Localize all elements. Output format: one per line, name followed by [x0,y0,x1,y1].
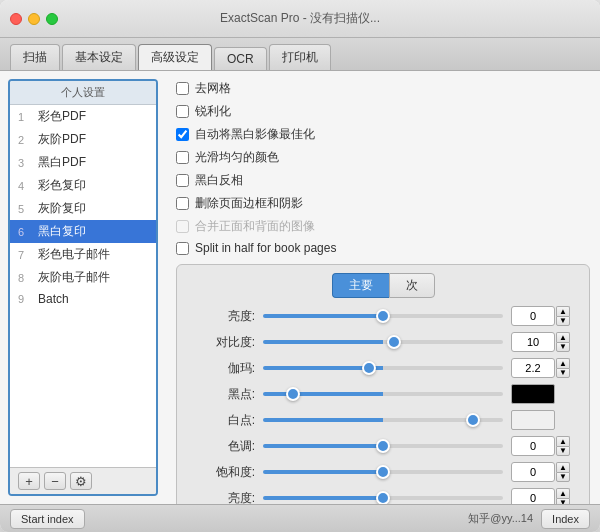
main-window: ExactScan Pro - 没有扫描仪... 扫描 基本设定 高级设定 OC… [0,0,600,532]
split-book-checkbox[interactable] [176,242,189,255]
sidebar: 个人设置 1 彩色PDF 2 灰阶PDF 3 黑白PDF 4 彩色复印 [8,79,158,496]
minimize-button[interactable] [28,13,40,25]
gamma-down[interactable]: ▼ [556,368,570,378]
remove-border-label: 删除页面边框和阴影 [195,195,303,212]
blackpoint-color-box [511,384,555,404]
sidebar-item-4[interactable]: 4 彩色复印 [10,174,156,197]
status-right: 知乎@yy...14 Index [468,509,590,529]
traffic-lights [10,13,58,25]
window-title: ExactScan Pro - 没有扫描仪... [220,10,380,27]
contrast-value-box: 10 [511,332,555,352]
invert-bw-checkbox[interactable] [176,174,189,187]
merge-faces-label: 合并正面和背面的图像 [195,218,315,235]
whitepoint-color-box [511,410,555,430]
smooth-color-label: 光滑均匀的颜色 [195,149,279,166]
tab-ocr[interactable]: OCR [214,47,267,70]
remove-item-button[interactable]: − [44,472,66,490]
luminance-slider-track [263,491,503,504]
tab-basic[interactable]: 基本设定 [62,44,136,70]
sidebar-item-6[interactable]: 6 黑白复印 [10,220,156,243]
brightness-slider-track [263,309,503,323]
checkbox-remove-border: 删除页面边框和阴影 [176,194,590,213]
right-panel: 去网格 锐利化 自动将黑白影像最佳化 光滑均匀的颜色 黑白反相 删除页面边框和阴… [166,71,600,504]
brightness-label: 亮度: [185,308,255,325]
contrast-up[interactable]: ▲ [556,332,570,342]
settings-button[interactable]: ⚙ [70,472,92,490]
saturation-label: 饱和度: [185,464,255,481]
blackpoint-slider[interactable] [263,392,503,396]
whitepoint-value [511,410,581,430]
saturation-up[interactable]: ▲ [556,462,570,472]
sidebar-list: 1 彩色PDF 2 灰阶PDF 3 黑白PDF 4 彩色复印 5 灰阶复印 [10,105,156,467]
sub-tabs: 主要 次 [185,273,581,298]
split-book-label: Split in half for book pages [195,241,336,255]
whitepoint-slider[interactable] [263,418,503,422]
index-button[interactable]: Index [541,509,590,529]
main-content: 个人设置 1 彩色PDF 2 灰阶PDF 3 黑白PDF 4 彩色复印 [0,71,600,504]
hue-value-box: 0 [511,436,555,456]
sharpen-checkbox[interactable] [176,105,189,118]
blackpoint-value [511,384,581,404]
whitepoint-label: 白点: [185,412,255,429]
saturation-value-box: 0 [511,462,555,482]
sidebar-header: 个人设置 [10,81,156,105]
tab-advanced[interactable]: 高级设定 [138,44,212,70]
sub-tab-sub[interactable]: 次 [389,273,435,298]
luminance-slider[interactable] [263,496,503,500]
contrast-slider[interactable] [263,340,503,344]
saturation-slider-track [263,465,503,479]
hue-up[interactable]: ▲ [556,436,570,446]
start-index-button[interactable]: Start index [10,509,85,529]
brightness-slider[interactable] [263,314,503,318]
merge-faces-checkbox[interactable] [176,220,189,233]
brightness-up[interactable]: ▲ [556,306,570,316]
saturation-value: 0 ▲ ▼ [511,462,581,482]
sidebar-item-7[interactable]: 7 彩色电子邮件 [10,243,156,266]
add-item-button[interactable]: + [18,472,40,490]
sub-tab-main[interactable]: 主要 [332,273,389,298]
sidebar-item-2[interactable]: 2 灰阶PDF [10,128,156,151]
optimize-bw-label: 自动将黑白影像最佳化 [195,126,315,143]
gamma-slider-track [263,361,503,375]
titlebar: ExactScan Pro - 没有扫描仪... [0,0,600,38]
whitepoint-slider-track [263,413,503,427]
checkbox-invert-bw: 黑白反相 [176,171,590,190]
luminance-stepper: ▲ ▼ [556,488,570,504]
gamma-slider[interactable] [263,366,503,370]
saturation-slider[interactable] [263,470,503,474]
hue-stepper: ▲ ▼ [556,436,570,456]
blackpoint-label: 黑点: [185,386,255,403]
maximize-button[interactable] [46,13,58,25]
sidebar-item-5[interactable]: 5 灰阶复印 [10,197,156,220]
hue-slider-track [263,439,503,453]
gamma-up[interactable]: ▲ [556,358,570,368]
brightness-down[interactable]: ▼ [556,316,570,326]
smooth-color-checkbox[interactable] [176,151,189,164]
hue-label: 色调: [185,438,255,455]
hue-slider[interactable] [263,444,503,448]
saturation-stepper: ▲ ▼ [556,462,570,482]
tab-printer[interactable]: 打印机 [269,44,331,70]
sidebar-item-1[interactable]: 1 彩色PDF [10,105,156,128]
close-button[interactable] [10,13,22,25]
checkbox-descreen: 去网格 [176,79,590,98]
contrast-down[interactable]: ▼ [556,342,570,352]
tab-scan[interactable]: 扫描 [10,44,60,70]
hue-down[interactable]: ▼ [556,446,570,456]
remove-border-checkbox[interactable] [176,197,189,210]
checkbox-smooth-color: 光滑均匀的颜色 [176,148,590,167]
sidebar-item-8[interactable]: 8 灰阶电子邮件 [10,266,156,289]
optimize-bw-checkbox[interactable] [176,128,189,141]
sidebar-item-3[interactable]: 3 黑白PDF [10,151,156,174]
sub-tab-area: 主要 次 亮度: 0 ▲ ▼ [176,264,590,504]
luminance-up[interactable]: ▲ [556,488,570,498]
brightness-stepper: ▲ ▼ [556,306,570,326]
descreen-checkbox[interactable] [176,82,189,95]
sidebar-item-9[interactable]: 9 Batch [10,289,156,309]
checkbox-sharpen: 锐利化 [176,102,590,121]
gamma-value-box: 2.2 [511,358,555,378]
saturation-down[interactable]: ▼ [556,472,570,482]
sliders-grid: 亮度: 0 ▲ ▼ 对比度: [185,306,581,504]
luminance-label: 亮度: [185,490,255,505]
invert-bw-label: 黑白反相 [195,172,243,189]
